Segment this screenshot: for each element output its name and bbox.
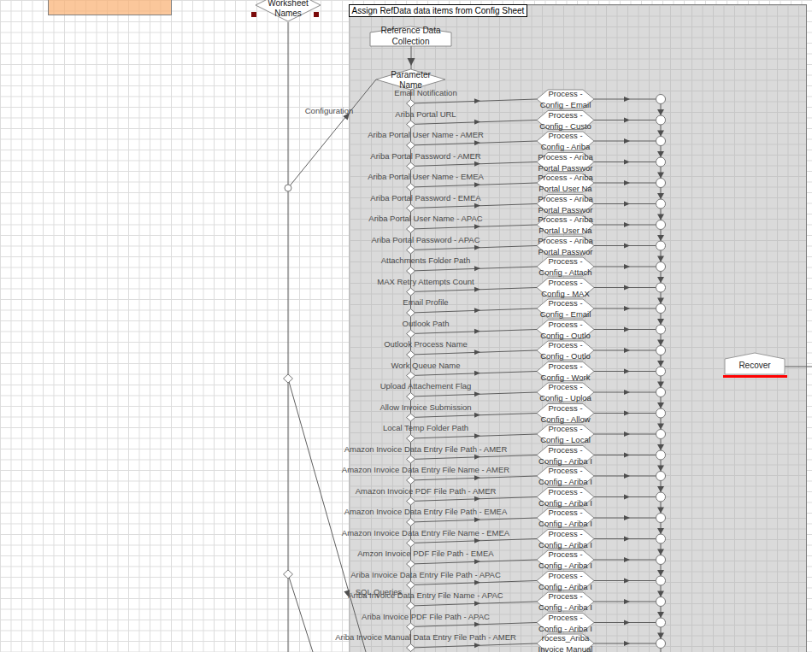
spine-anchor-diamond[interactable]	[407, 204, 415, 212]
arrowhead-icon	[657, 131, 664, 137]
link-node-circle[interactable]	[656, 555, 666, 565]
spine-anchor-diamond[interactable]	[407, 561, 415, 568]
selection-handle-left[interactable]	[251, 12, 256, 17]
link-node-circle[interactable]	[656, 408, 666, 418]
link-anchor-diamond[interactable]	[284, 570, 293, 579]
link-node-circle[interactable]	[656, 220, 666, 230]
link-node-circle[interactable]	[656, 492, 666, 502]
spine-anchor-diamond[interactable]	[407, 372, 415, 379]
link-node-circle[interactable]	[656, 639, 666, 649]
link-node-circle[interactable]	[656, 576, 666, 585]
link-node-circle[interactable]	[656, 534, 666, 543]
arrowhead-icon	[474, 455, 480, 460]
assign-refdata-note[interactable]: Assign RefData data items from Config Sh…	[349, 4, 527, 17]
spine-anchor-diamond[interactable]	[407, 539, 415, 547]
link-anchor-diamond[interactable]	[284, 374, 293, 383]
process-reference-hexagon[interactable]	[537, 404, 594, 423]
process-reference-hexagon[interactable]	[537, 425, 594, 443]
assign-link	[411, 141, 538, 145]
link-node-circle[interactable]	[656, 199, 666, 209]
worksheet-names-decision[interactable]	[256, 0, 321, 21]
spine-anchor-diamond[interactable]	[407, 330, 415, 338]
link-node-circle[interactable]	[656, 95, 666, 104]
spine-anchor-diamond[interactable]	[407, 120, 415, 128]
process-reference-hexagon[interactable]	[537, 488, 594, 507]
spine-anchor-diamond[interactable]	[407, 288, 415, 296]
link-node-circle[interactable]	[656, 283, 666, 292]
process-reference-hexagon[interactable]	[537, 320, 594, 339]
spine-anchor-diamond[interactable]	[407, 351, 415, 359]
spine-anchor-diamond[interactable]	[407, 226, 415, 233]
process-reference-hexagon[interactable]	[537, 279, 594, 297]
process-reference-hexagon[interactable]	[537, 634, 594, 652]
spine-anchor-diamond[interactable]	[407, 246, 415, 254]
link-node-circle[interactable]	[656, 514, 666, 523]
assign-link	[411, 99, 538, 103]
link-anchor-circle[interactable]	[285, 185, 291, 191]
process-reference-hexagon[interactable]	[537, 173, 594, 192]
process-reference-hexagon[interactable]	[537, 299, 594, 318]
spine-anchor-diamond[interactable]	[407, 497, 415, 505]
process-reference-hexagon[interactable]	[537, 592, 594, 611]
process-reference-hexagon[interactable]	[537, 257, 594, 276]
diagram-wires	[0, 0, 812, 652]
link-node-circle[interactable]	[656, 367, 666, 376]
spine-anchor-diamond[interactable]	[407, 623, 415, 631]
spine-anchor-diamond[interactable]	[407, 519, 415, 526]
spine-anchor-diamond[interactable]	[407, 267, 415, 275]
process-reference-hexagon[interactable]	[537, 90, 594, 109]
process-reference-hexagon[interactable]	[537, 550, 594, 569]
link-node-circle[interactable]	[656, 388, 666, 397]
link-node-circle[interactable]	[656, 137, 666, 146]
spine-anchor-diamond[interactable]	[407, 435, 415, 443]
link-node-circle[interactable]	[656, 346, 666, 355]
link-node-circle[interactable]	[656, 157, 666, 167]
spine-anchor-diamond[interactable]	[407, 455, 415, 463]
process-reference-hexagon[interactable]	[537, 446, 594, 465]
spine-anchor-diamond[interactable]	[407, 393, 415, 401]
spine-anchor-diamond[interactable]	[407, 581, 415, 589]
spine-anchor-diamond[interactable]	[407, 309, 415, 317]
process-reference-hexagon[interactable]	[537, 467, 594, 485]
parameter-name-decision[interactable]	[376, 69, 445, 90]
spine-anchor-diamond[interactable]	[407, 602, 415, 610]
assign-link	[411, 643, 538, 648]
process-reference-hexagon[interactable]	[537, 572, 594, 590]
process-reference-hexagon[interactable]	[537, 195, 594, 214]
reference-data-collection-node[interactable]	[370, 26, 451, 46]
process-reference-hexagon[interactable]	[537, 215, 594, 234]
process-reference-hexagon[interactable]	[537, 153, 594, 172]
process-reference-hexagon[interactable]	[537, 341, 594, 360]
spine-anchor-diamond[interactable]	[407, 414, 415, 421]
spine-anchor-diamond[interactable]	[407, 162, 415, 170]
spine-anchor-diamond[interactable]	[407, 100, 415, 108]
link-node-circle[interactable]	[656, 430, 666, 439]
recover-node[interactable]	[725, 353, 785, 374]
link-node-circle[interactable]	[656, 618, 666, 627]
arrowhead-icon	[474, 329, 480, 334]
selection-handle-right[interactable]	[314, 12, 319, 17]
link-node-circle[interactable]	[656, 450, 666, 460]
process-reference-hexagon[interactable]	[537, 362, 594, 381]
link-node-circle[interactable]	[656, 325, 666, 334]
process-reference-hexagon[interactable]	[537, 111, 594, 130]
spine-anchor-diamond[interactable]	[407, 477, 415, 485]
link-node-circle[interactable]	[656, 179, 666, 188]
arrowhead-icon	[624, 306, 630, 311]
link-node-circle[interactable]	[656, 304, 666, 314]
link-node-circle[interactable]	[656, 472, 666, 481]
link-node-circle[interactable]	[656, 597, 666, 607]
process-reference-hexagon[interactable]	[537, 237, 594, 256]
spine-anchor-diamond[interactable]	[407, 644, 415, 652]
spine-anchor-diamond[interactable]	[407, 142, 415, 150]
process-reference-hexagon[interactable]	[537, 508, 594, 527]
link-node-circle[interactable]	[656, 241, 666, 250]
process-reference-hexagon[interactable]	[537, 383, 594, 402]
process-reference-hexagon[interactable]	[537, 530, 594, 549]
spine-anchor-diamond[interactable]	[407, 184, 415, 191]
link-node-circle[interactable]	[656, 262, 666, 272]
process-reference-hexagon[interactable]	[537, 132, 594, 150]
link-node-circle[interactable]	[656, 115, 666, 125]
process-reference-hexagon[interactable]	[537, 614, 594, 632]
arrowhead-icon	[657, 633, 664, 639]
